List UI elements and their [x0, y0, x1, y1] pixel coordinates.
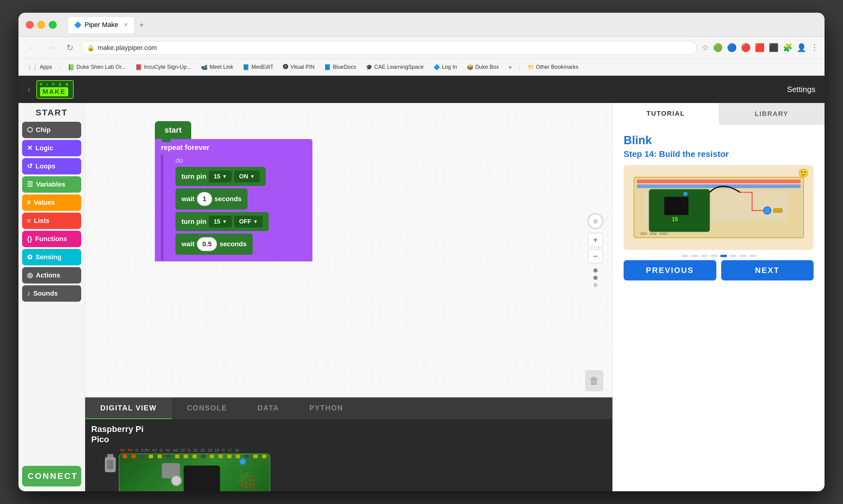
lock-icon: 🔒 — [87, 44, 94, 52]
active-tab[interactable]: 🔷 Piper Make ✕ — [68, 16, 135, 33]
bookmark-incucyte[interactable]: 📕 IncuCyte Sign-Up... — [132, 62, 195, 72]
dot-4 — [710, 255, 717, 257]
maximize-button[interactable] — [49, 21, 57, 29]
tab-library[interactable]: LIBRARY — [719, 103, 825, 125]
sidebar-item-actions[interactable]: ◎ Actions — [22, 267, 81, 284]
back-button[interactable]: ← — [24, 41, 39, 55]
bookmark-meet[interactable]: 📹 Meet Link — [197, 62, 236, 72]
zoom-out-button[interactable]: − — [588, 249, 603, 264]
compass-button[interactable]: ⊕ — [587, 213, 603, 229]
app-area: ‹ P I P E R MAKE Settings START ⬡ Chip — [18, 76, 825, 491]
connect-button[interactable]: CONNECT — [22, 466, 81, 486]
tab-close-button[interactable]: ✕ — [124, 21, 128, 28]
ext-button-1[interactable]: 🟥 — [755, 43, 765, 52]
on-dropdown[interactable]: ON ▼ — [234, 170, 260, 182]
turn-pin-off-block[interactable]: turn pin 15 ▼ OFF ▼ — [175, 212, 269, 231]
bookmark-cae-icon: 🎓 — [366, 64, 372, 71]
pico-board-svg: 🍓 LED:25 — [119, 453, 270, 491]
extensions-button[interactable]: 🧩 — [783, 43, 792, 52]
bookmark-dukebox-icon: 📦 — [467, 64, 473, 71]
wait-value-1[interactable]: 1 — [197, 192, 212, 206]
bookmark-mededit[interactable]: 📘 MedEdIT — [239, 62, 277, 72]
off-dropdown-arrow: ▼ — [253, 219, 258, 224]
star-button[interactable]: ☆ — [702, 43, 709, 52]
zoom-controls: ⊕ + − — [587, 213, 603, 287]
bookmark-more[interactable]: » — [505, 62, 515, 72]
sidebar-item-logic[interactable]: ✕ Logic — [22, 140, 81, 156]
close-button[interactable] — [26, 21, 34, 29]
apps-grid-icon: ⋮⋮ — [27, 64, 38, 71]
bookmark-login[interactable]: 🔷 Log In — [430, 62, 461, 72]
url-bar[interactable]: 🔒 make.playpiper.com — [81, 41, 697, 55]
sidebar-values-label: Values — [34, 199, 55, 206]
adblock-button[interactable]: 🔴 — [741, 43, 751, 52]
sidebar-item-functions[interactable]: {} Functions — [22, 231, 81, 247]
avatar-button[interactable]: 👤 — [797, 43, 806, 52]
pico-main-chip — [183, 466, 220, 491]
pin-dropdown-2[interactable]: 15 ▼ — [209, 216, 232, 228]
forward-button[interactable]: → — [44, 41, 58, 55]
values-icon: # — [27, 199, 31, 206]
svg-rect-6 — [664, 197, 688, 215]
refresh-button[interactable]: ↻ — [63, 41, 76, 55]
next-button[interactable]: NEXT — [721, 260, 814, 281]
on-dropdown-arrow: ▼ — [250, 174, 255, 179]
start-block[interactable]: start — [155, 121, 191, 139]
pin-dropdown-1[interactable]: 15 ▼ — [209, 170, 232, 182]
off-dropdown[interactable]: OFF ▼ — [234, 216, 263, 228]
url-text: make.playpiper.com — [98, 44, 691, 52]
dot-8 — [749, 255, 756, 257]
new-tab-button[interactable]: + — [139, 21, 144, 29]
app-back-button[interactable]: ‹ — [28, 85, 30, 94]
lists-icon: ≡ — [27, 217, 31, 225]
do-label: do — [175, 157, 183, 164]
ext-button-2[interactable]: ⬛ — [769, 43, 778, 52]
do-block: do turn pin 15 ▼ — [161, 154, 306, 262]
sidebar-item-values[interactable]: # Values — [22, 195, 81, 211]
wait-value-2[interactable]: 0.5 — [197, 237, 217, 251]
minimize-button[interactable] — [37, 21, 45, 29]
bookmark-apps[interactable]: ⋮⋮ Apps — [23, 62, 56, 72]
repeat-block[interactable]: repeat forever do turn pin 15 — [155, 139, 312, 262]
sidebar-sensing-label: Sensing — [35, 253, 62, 261]
wait-2-block[interactable]: wait 0.5 seconds — [175, 234, 253, 255]
tab-data[interactable]: DATA — [242, 397, 294, 419]
more-button[interactable]: ⋮ — [811, 43, 819, 52]
logic-icon: ✕ — [27, 144, 32, 152]
tab-icon: 🔷 — [74, 21, 82, 29]
bookmark-vpin-icon: 🅓 — [283, 64, 288, 70]
sidebar-item-lists[interactable]: ≡ Lists — [22, 213, 81, 229]
tutorial-nav: PREVIOUS NEXT — [624, 260, 813, 287]
settings-button[interactable]: Settings — [787, 85, 815, 94]
bookmark-vpin[interactable]: 🅓 Vitual PIN — [279, 62, 318, 72]
zoom-in-button[interactable]: + — [588, 233, 603, 247]
sidebar-item-sounds[interactable]: ♪ Sounds — [22, 285, 81, 302]
profile-button[interactable]: 🟢 — [713, 43, 723, 52]
wait-1-block[interactable]: wait 1 seconds — [175, 188, 248, 210]
pico-button[interactable] — [171, 475, 182, 486]
tab-digital-view[interactable]: DIGITAL VIEW — [85, 397, 172, 419]
trash-button[interactable]: 🗑 — [585, 370, 603, 391]
tab-tutorial[interactable]: TUTORIAL — [613, 103, 719, 125]
bookmark-duke[interactable]: 📗 Duke Shen Lab Or... — [64, 62, 129, 72]
turn-pin-on-block[interactable]: turn pin 15 ▼ ON ▼ — [175, 167, 266, 186]
sync-button[interactable]: 🔵 — [727, 43, 737, 52]
sidebar-item-loops[interactable]: ↺ Loops — [22, 158, 81, 175]
svg-text:15: 15 — [672, 216, 678, 222]
tutorial-step: Step 14: Build the resistor — [624, 149, 813, 159]
actions-icon: ◎ — [27, 271, 33, 279]
tab-console[interactable]: CONSOLE — [172, 397, 242, 419]
bookmark-bluedocs[interactable]: 📘 BlueDocs — [321, 62, 360, 72]
tutorial-panel: TUTORIAL LIBRARY Blink Step 14: Build th… — [612, 103, 825, 491]
content-area: START ⬡ Chip ✕ Logic ↺ Loops ☰ Variables — [18, 103, 825, 491]
bookmark-dukebox[interactable]: 📦 Duke Box — [463, 62, 503, 72]
previous-button[interactable]: PREVIOUS — [624, 260, 716, 281]
sidebar-item-chip[interactable]: ⬡ Chip — [22, 122, 81, 138]
sidebar-item-sensing[interactable]: ✿ Sensing — [22, 249, 81, 265]
tab-python[interactable]: PYTHON — [294, 397, 358, 419]
bookmark-cae[interactable]: 🎓 CAE LearningSpace — [362, 62, 427, 72]
pico-visual: 5V 5V G 3.3V A2 G A1 A0 22 — [109, 448, 607, 491]
sidebar-item-variables[interactable]: ☰ Variables — [22, 176, 81, 193]
wait-1-row: wait 1 seconds — [175, 188, 304, 210]
bookmark-other[interactable]: 📁 Other Bookmarks — [524, 62, 582, 72]
